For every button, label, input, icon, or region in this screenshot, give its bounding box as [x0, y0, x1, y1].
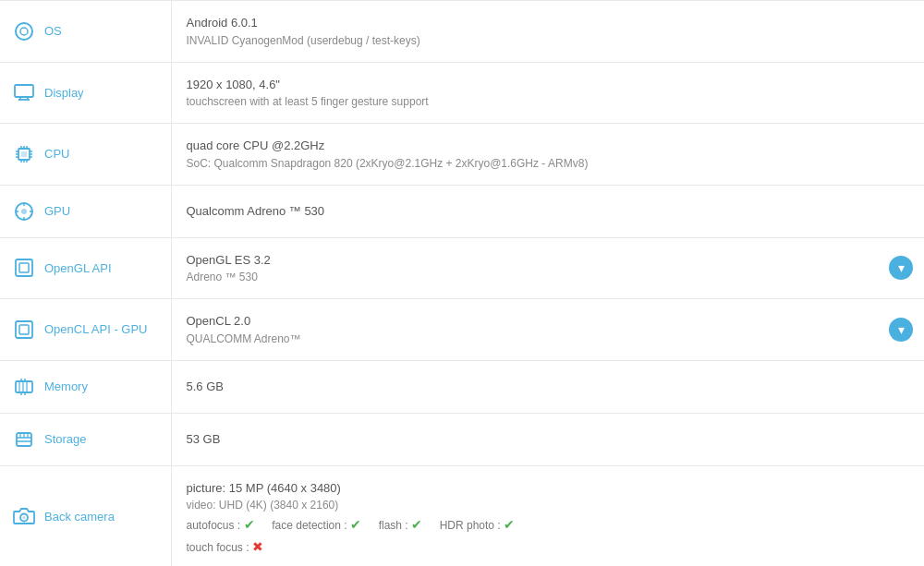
value-sub-opencl: QUALCOMM Adreno™: [187, 331, 910, 347]
row-backcamera: Back camerapicture: 15 MP (4640 x 3480)v…: [0, 465, 924, 566]
value-main-os: Android 6.0.1: [187, 14, 910, 32]
touch-focus-checkmark: ✖: [252, 539, 263, 554]
row-memory: Memory5.6 GB: [0, 360, 924, 413]
value-sub-backcamera: video: UHD (4K) (3840 x 2160): [187, 497, 910, 513]
value-main-opencl: OpenCL 2.0: [187, 312, 910, 331]
label-text-backcamera: Back camera: [44, 510, 115, 524]
value-cell-cpu: quad core CPU @2.2GHzSoC: Qualcomm Snapd…: [171, 124, 924, 186]
spec-table: OSAndroid 6.0.1INVALID CyanogenMod (user…: [0, 0, 924, 566]
value-sub-opengl: Adreno ™ 530: [187, 269, 910, 285]
label-text-opencl: OpenCL API - GPU: [44, 322, 148, 336]
value-sub-display: touchscreen with at least 5 finger gestu…: [187, 93, 910, 110]
feature-checkmark: ✔: [350, 517, 361, 532]
svg-rect-30: [16, 381, 32, 392]
value-main-display: 1920 x 1080, 4.6": [187, 76, 910, 94]
row-storage: Storage53 GB: [0, 413, 924, 465]
value-cell-storage: 53 GB: [171, 413, 924, 465]
label-text-gpu: GPU: [44, 204, 70, 218]
label-cell-display: Display: [0, 62, 171, 124]
row-cpu: CPUquad core CPU @2.2GHzSoC: Qualcomm Sn…: [0, 124, 924, 186]
camera-features-line2: touch focus : ✖: [187, 539, 910, 554]
value-cell-opencl: OpenCL 2.0QUALCOMM Adreno™▾: [171, 299, 924, 361]
label-cell-opengl: OpenGL API: [0, 237, 171, 299]
value-cell-memory: 5.6 GB: [171, 360, 924, 413]
icon-camera: [11, 503, 37, 529]
camera-feature-item: HDR photo : ✔: [440, 519, 527, 532]
label-cell-backcamera: Back camera: [0, 465, 171, 566]
feature-checkmark: ✔: [411, 517, 422, 532]
row-gpu: GPUQualcomm Adreno ™ 530: [0, 185, 924, 237]
svg-point-21: [21, 209, 27, 214]
icon-os: [11, 18, 37, 44]
camera-features-line1: autofocus : ✔ face detection : ✔ flash :…: [187, 517, 910, 532]
label-text-storage: Storage: [44, 432, 87, 446]
label-cell-gpu: GPU: [0, 185, 171, 237]
value-main-opengl: OpenGL ES 3.2: [187, 251, 910, 270]
icon-memory: [11, 374, 37, 400]
svg-rect-2: [15, 85, 33, 97]
label-text-opengl: OpenGL API: [44, 261, 112, 275]
icon-display: [11, 79, 37, 105]
value-main-gpu: Qualcomm Adreno ™ 530: [187, 202, 910, 221]
icon-opengl: [11, 317, 37, 343]
camera-feature-item: face detection : ✔: [272, 519, 372, 532]
label-text-os: OS: [44, 24, 62, 38]
value-main-cpu: quad core CPU @2.2GHz: [187, 137, 910, 155]
row-opengl: OpenGL APIOpenGL ES 3.2Adreno ™ 530▾: [0, 237, 924, 299]
icon-gpu: [11, 199, 37, 224]
value-cell-display: 1920 x 1080, 4.6"touchscreen with at lea…: [171, 62, 924, 124]
camera-feature-item: flash : ✔: [379, 519, 434, 532]
value-cell-backcamera: picture: 15 MP (4640 x 3480)video: UHD (…: [171, 465, 924, 566]
label-cell-cpu: CPU: [0, 124, 171, 186]
camera-feature-item: autofocus : ✔: [187, 519, 267, 532]
svg-point-0: [16, 23, 32, 40]
row-os: OSAndroid 6.0.1INVALID CyanogenMod (user…: [0, 1, 924, 63]
svg-rect-27: [19, 263, 29, 272]
svg-rect-28: [16, 321, 32, 338]
label-text-display: Display: [44, 86, 84, 100]
value-main-storage: 53 GB: [187, 430, 910, 449]
label-text-memory: Memory: [44, 379, 88, 393]
row-opencl: OpenCL API - GPUOpenCL 2.0QUALCOMM Adren…: [0, 299, 924, 361]
value-main-memory: 5.6 GB: [187, 378, 910, 396]
touch-focus-item: touch focus : ✖: [187, 541, 269, 554]
dropdown-btn-opencl[interactable]: ▾: [889, 318, 913, 342]
svg-point-1: [20, 28, 28, 35]
label-cell-os: OS: [0, 1, 171, 63]
label-cell-opencl: OpenCL API - GPU: [0, 299, 171, 361]
icon-opengl: [11, 255, 37, 281]
row-display: Display1920 x 1080, 4.6"touchscreen with…: [0, 62, 924, 124]
label-text-cpu: CPU: [44, 147, 69, 161]
value-cell-os: Android 6.0.1INVALID CyanogenMod (userde…: [171, 1, 924, 63]
value-cell-opengl: OpenGL ES 3.2Adreno ™ 530▾: [171, 237, 924, 299]
label-cell-storage: Storage: [0, 413, 171, 465]
value-cell-gpu: Qualcomm Adreno ™ 530: [171, 185, 924, 237]
feature-checkmark: ✔: [244, 517, 255, 532]
value-sub-cpu: SoC: Qualcomm Snapdragon 820 (2xKryo@2.1…: [187, 155, 910, 172]
dropdown-btn-opengl[interactable]: ▾: [889, 256, 913, 280]
svg-rect-26: [16, 259, 32, 276]
feature-checkmark: ✔: [504, 517, 515, 532]
svg-point-45: [23, 516, 26, 519]
svg-rect-7: [21, 151, 27, 157]
svg-rect-29: [19, 325, 29, 334]
label-cell-memory: Memory: [0, 360, 171, 413]
icon-cpu: [11, 141, 37, 167]
value-main-backcamera: picture: 15 MP (4640 x 3480): [187, 479, 910, 498]
icon-storage: [11, 427, 37, 452]
value-sub-os: INVALID CyanogenMod (userdebug / test-ke…: [187, 32, 910, 49]
